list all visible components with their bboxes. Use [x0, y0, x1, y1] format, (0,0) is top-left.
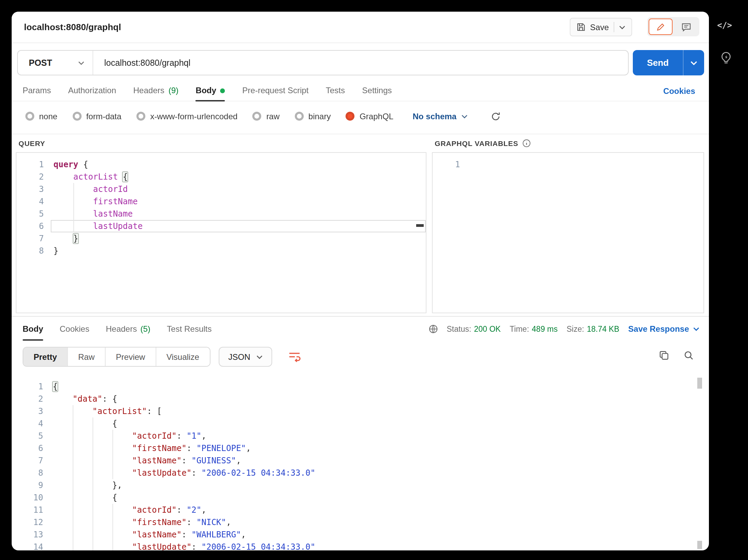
graphql-variables-editor[interactable]: 1 [432, 152, 704, 313]
radio-icon [136, 112, 145, 121]
line-number: 5 [16, 430, 53, 442]
tab-params[interactable]: Params [23, 80, 51, 101]
response-body-editor[interactable]: 1{2 "data": {3 "actorList": [4 {5 "actor… [16, 374, 709, 550]
line-number: 4 [16, 195, 53, 208]
status-value: 200 OK [474, 325, 501, 333]
edit-button[interactable] [649, 19, 673, 35]
code-view-icon[interactable]: </> [717, 21, 732, 30]
code-line: 1 [433, 158, 703, 171]
send-button[interactable]: Send [633, 50, 704, 75]
indent-guide [112, 504, 113, 550]
tab-settings[interactable]: Settings [362, 80, 392, 101]
radio-selected-icon [346, 112, 355, 121]
save-response-button[interactable]: Save Response [628, 324, 699, 333]
radio-icon [72, 112, 81, 121]
query-editor[interactable]: 1query {2 actorList {3 actorId4 firstNam… [16, 152, 426, 313]
body-type-x-www-form-urlencoded[interactable]: x-www-form-urlencoded [136, 111, 238, 121]
lightbulb-icon[interactable] [719, 51, 734, 66]
line-number: 3 [16, 183, 53, 195]
line-number: 6 [16, 442, 53, 454]
code-line: 5 "actorId": "1", [16, 430, 709, 442]
body-type-label: raw [266, 111, 280, 121]
url-control: POST localhost:8080/graphql [17, 50, 629, 75]
format-label: JSON [228, 352, 250, 362]
line-number: 14 [16, 541, 53, 550]
code-line: 12 "firstName": "NICK", [16, 516, 709, 528]
cookies-link[interactable]: Cookies [663, 80, 695, 101]
code-line: 8 "lastUpdate": "2006-02-15 04:34:33.0" [16, 467, 709, 479]
request-header: localhost:8080/graphql Save [12, 12, 709, 43]
line-number: 8 [16, 245, 53, 257]
format-select[interactable]: JSON [219, 347, 272, 367]
code-line: 3 "actorList": [ [16, 405, 709, 417]
code-line: 9 }, [16, 479, 709, 491]
size-value: 18.74 KB [587, 325, 619, 333]
response-tab-headers[interactable]: Headers (5) [106, 317, 150, 341]
line-number: 12 [16, 516, 53, 528]
code-line: 4 firstName [16, 195, 426, 208]
code-line: 11 "actorId": "2", [16, 504, 709, 516]
body-type-label: form-data [86, 111, 121, 121]
code-line: 1{ [16, 380, 709, 393]
refresh-schema-button[interactable] [491, 111, 500, 121]
body-type-raw[interactable]: raw [253, 111, 280, 121]
request-row: POST localhost:8080/graphql Send [12, 50, 709, 75]
tab-authorization[interactable]: Authorization [68, 80, 116, 101]
line-number: 2 [16, 393, 53, 405]
body-type-binary[interactable]: binary [295, 111, 331, 121]
line-number: 8 [16, 467, 53, 479]
variables-code[interactable]: 1 [433, 153, 703, 171]
response-tab-cookies[interactable]: Cookies [60, 317, 89, 341]
query-code[interactable]: 1query {2 actorList {3 actorId4 firstNam… [16, 153, 426, 257]
variables-panel-label: GRAPHQL VARIABLES [435, 139, 531, 147]
tab-body[interactable]: Body [196, 80, 225, 101]
line-number: 6 [16, 220, 53, 232]
view-preview[interactable]: Preview [106, 348, 156, 366]
response-tab-test-results[interactable]: Test Results [167, 317, 212, 341]
save-button[interactable]: Save [569, 18, 632, 36]
view-pretty[interactable]: Pretty [23, 348, 68, 366]
line-number: 1 [433, 158, 470, 171]
search-response-button[interactable] [684, 350, 694, 361]
line-number: 4 [16, 417, 53, 430]
comments-button[interactable] [674, 19, 698, 35]
tab-tests[interactable]: Tests [326, 80, 345, 101]
code-line: 10 { [16, 491, 709, 504]
radio-icon [295, 112, 304, 121]
response-tab-body[interactable]: Body [23, 317, 43, 341]
send-dropdown-chevron-icon[interactable] [684, 61, 704, 65]
save-divider [614, 22, 614, 32]
method-select[interactable]: POST [18, 51, 93, 75]
schema-select[interactable]: No schema [413, 111, 468, 121]
line-number: 1 [16, 158, 53, 171]
wrap-lines-button[interactable] [285, 348, 305, 366]
save-response-label: Save Response [628, 324, 689, 333]
body-type-graphql[interactable]: GraphQL [346, 111, 394, 121]
url-input[interactable]: localhost:8080/graphql [93, 58, 628, 68]
tab-label: Settings [362, 86, 392, 95]
comment-icon [681, 22, 691, 31]
tab-label: Test Results [167, 324, 212, 333]
indent-guide [93, 417, 93, 550]
body-type-label: GraphQL [360, 111, 394, 121]
chevron-down-icon[interactable] [619, 25, 625, 29]
radio-icon [25, 112, 34, 121]
tab-label: Cookies [60, 324, 89, 333]
code-line: 2 actorList { [16, 171, 426, 183]
network-globe-icon[interactable] [428, 324, 438, 333]
code-line: 7 } [16, 232, 426, 245]
line-number: 7 [16, 232, 53, 245]
body-type-none[interactable]: none [25, 111, 57, 121]
body-type-form-data[interactable]: form-data [72, 111, 121, 121]
info-icon[interactable] [522, 139, 531, 147]
copy-response-button[interactable] [659, 350, 669, 361]
chevron-down-icon [693, 327, 699, 331]
tab-headers[interactable]: Headers (9) [133, 80, 179, 101]
view-raw[interactable]: Raw [68, 348, 106, 366]
tab-pre-request-script[interactable]: Pre-request Script [242, 80, 309, 101]
view-visualize[interactable]: Visualize [156, 348, 209, 366]
headers-count: (9) [169, 86, 179, 95]
pencil-icon [656, 22, 665, 31]
response-code[interactable]: 1{2 "data": {3 "actorList": [4 {5 "actor… [16, 374, 709, 550]
response-scrollbar-thumb[interactable] [697, 378, 702, 389]
